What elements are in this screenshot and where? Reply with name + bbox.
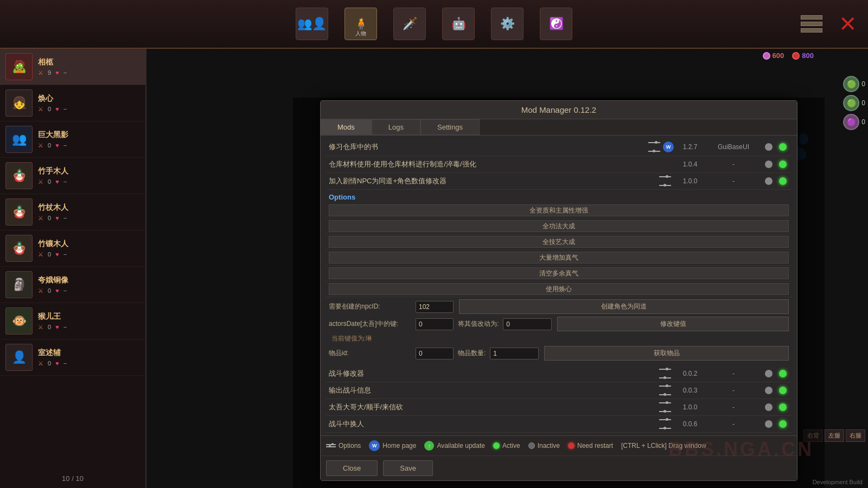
- actors-label: actorsDate[太吾]中的键:: [329, 319, 416, 329]
- gear-icon[interactable]: ⚙️: [491, 8, 524, 40]
- mod-active-1[interactable]: [779, 160, 787, 168]
- status-display: 600 800: [763, 52, 814, 60]
- sidebar-info-6: 夸娥铜像 ⚔ 0 ♥ −: [38, 275, 140, 294]
- mod-toggle-1[interactable]: [765, 160, 773, 168]
- combat-mod-toggle-1[interactable]: [765, 387, 773, 394]
- option-row-1[interactable]: 全功法大成: [326, 219, 792, 234]
- nav-item-gear[interactable]: ⚙️: [491, 8, 524, 40]
- legend-options: Options: [326, 442, 361, 450]
- options-icon-0[interactable]: [648, 142, 660, 152]
- mod-active-2[interactable]: [779, 177, 787, 185]
- close-modal-button[interactable]: Close: [326, 460, 378, 476]
- heart-icon-1: ♥: [55, 106, 59, 113]
- combat-mod-active-1[interactable]: [779, 387, 787, 394]
- heart-icon-0: ♥: [55, 69, 59, 76]
- nav-item-puppet[interactable]: 🤖: [442, 8, 475, 40]
- actors-input[interactable]: [416, 318, 454, 330]
- option-bar-4[interactable]: 清空多余真气: [329, 267, 789, 279]
- tab-mods[interactable]: Mods: [321, 119, 372, 135]
- enemy-0: 🟢 0: [843, 76, 865, 92]
- sidebar-item-3[interactable]: 🪆 竹手木人 ⚔ 0 ♥ −: [0, 158, 145, 194]
- sidebar-info-1: 焕心 ⚔ 0 ♥ −: [38, 94, 140, 113]
- modify-key-button[interactable]: 修改键值: [557, 317, 789, 331]
- sidebar-item-0[interactable]: 🧟 相柩 ⚔ 9 ♥ −: [0, 49, 145, 85]
- item-count-input[interactable]: [490, 348, 539, 359]
- right-leg-btn[interactable]: 右腿: [846, 429, 865, 442]
- avatar-7: 🐵: [5, 307, 33, 335]
- nav-item-character[interactable]: 🧍 人物: [344, 8, 377, 40]
- nav-item-party[interactable]: 👥👤: [296, 8, 328, 40]
- sidebar-info-5: 竹镶木人 ⚔ 0 ♥ −: [38, 239, 140, 258]
- options-icon-2[interactable]: [659, 176, 671, 186]
- combat-options-icon-0[interactable]: [659, 369, 671, 378]
- combat-options-icon-3[interactable]: [659, 419, 671, 429]
- mod-name-2: 加入剧情NPC为同道+角色数值修改器: [329, 176, 656, 186]
- combat-icon[interactable]: 🗡️: [393, 8, 426, 40]
- book-icon[interactable]: [801, 15, 822, 33]
- sidebar-item-4[interactable]: 🪆 竹杖木人 ⚔ 0 ♥ −: [0, 194, 145, 230]
- mod-toggle-2[interactable]: [765, 177, 773, 185]
- mod-row-1: 仓库材料使用-使用仓库材料进行制造/淬毒/强化 1.0.4 -: [326, 156, 792, 173]
- option-bar-2[interactable]: 全技艺大成: [329, 236, 789, 248]
- avatar-4: 🪆: [5, 198, 33, 226]
- combat-mod-active-0[interactable]: [779, 370, 787, 377]
- combat-mod-toggle-0[interactable]: [765, 370, 773, 377]
- combat-options-icon-2[interactable]: [659, 402, 671, 412]
- char-stats-7: ⚔ 0 ♥ −: [38, 324, 140, 331]
- avatar-6: 🗿: [5, 271, 33, 298]
- party-icon[interactable]: 👥👤: [296, 8, 328, 40]
- option-row-4[interactable]: 清空多余真气: [326, 266, 792, 281]
- combat-mod-active-2[interactable]: [779, 403, 787, 411]
- heart-val-6: −: [63, 287, 67, 294]
- close-button[interactable]: ✕: [839, 11, 857, 36]
- sword-val-7: 0: [48, 324, 51, 331]
- change-label: 将其值改动为:: [458, 319, 499, 329]
- sidebar-item-8[interactable]: 👤 室述辅 ⚔ 0 ♥ −: [0, 339, 145, 376]
- www-icon-0[interactable]: W: [663, 142, 674, 152]
- combat-mod-toggle-3[interactable]: [765, 420, 773, 428]
- sidebar-item-5[interactable]: 🪆 竹镶木人 ⚔ 0 ♥ −: [0, 230, 145, 267]
- option-bar-3[interactable]: 大量增加真气: [329, 252, 789, 264]
- char-name-6: 夸娥铜像: [38, 275, 140, 285]
- option-row-3[interactable]: 大量增加真气: [326, 250, 792, 266]
- npc-id-input[interactable]: [416, 301, 454, 313]
- mod-toggle-0[interactable]: [765, 143, 773, 151]
- modal-overlay: Mod Manager 0.12.2 Mods Logs Settings 修习…: [293, 98, 825, 488]
- change-input[interactable]: [503, 318, 552, 330]
- sword-val-6: 0: [48, 287, 51, 294]
- nav-item-combat[interactable]: 🗡️: [393, 8, 426, 40]
- option-bar-5[interactable]: 使用焕心: [329, 283, 789, 295]
- option-row-2[interactable]: 全技艺大成: [326, 234, 792, 250]
- tab-logs[interactable]: Logs: [372, 119, 420, 135]
- sidebar-item-7[interactable]: 🐵 猴儿王 ⚔ 0 ♥ −: [0, 303, 145, 339]
- create-npc-button[interactable]: 创建角色为同道: [459, 299, 789, 314]
- legend-restart-dot: [568, 442, 575, 449]
- sidebar-info-4: 竹杖木人 ⚔ 0 ♥ −: [38, 203, 140, 222]
- option-bar-0[interactable]: 全资质和主属性增强: [329, 204, 789, 216]
- sidebar-item-1[interactable]: 👧 焕心 ⚔ 0 ♥ −: [0, 85, 145, 121]
- save-modal-button[interactable]: Save: [383, 460, 433, 476]
- left-leg-btn[interactable]: 左腿: [825, 429, 844, 442]
- main-area: 600 800 🟢 0 🟢 0 🟣 0 右背 左腿 右腿 🐾 Mod M: [146, 49, 868, 488]
- combat-mod-name-3: 战斗中换人: [329, 419, 656, 429]
- nav-item-yin[interactable]: ☯️: [540, 8, 572, 40]
- sword-val-4: 0: [48, 215, 51, 222]
- legend-restart-label: Need restart: [577, 442, 613, 450]
- sidebar-item-2[interactable]: 👥 巨大黑影 ⚔ 0 ♥ −: [0, 121, 145, 158]
- puppet-icon[interactable]: 🤖: [442, 8, 475, 40]
- get-item-button[interactable]: 获取物品: [544, 346, 789, 361]
- sidebar-item-6[interactable]: 🗿 夸娥铜像 ⚔ 0 ♥ −: [0, 267, 145, 303]
- yin-icon[interactable]: ☯️: [540, 8, 572, 40]
- item-id-input[interactable]: [416, 348, 454, 359]
- combat-mod-toggle-2[interactable]: [765, 403, 773, 411]
- option-row-5[interactable]: 使用焕心: [326, 281, 792, 297]
- combat-options-icon-1[interactable]: [659, 386, 671, 395]
- combat-mod-active-3[interactable]: [779, 420, 787, 428]
- options-header: Options: [326, 190, 792, 203]
- mod-active-0[interactable]: [779, 143, 787, 151]
- sword-val-5: 0: [48, 251, 51, 258]
- tab-settings[interactable]: Settings: [420, 119, 480, 135]
- legend-active-dot: [493, 442, 500, 449]
- option-bar-1[interactable]: 全功法大成: [329, 220, 789, 232]
- option-row-0[interactable]: 全资质和主属性增强: [326, 203, 792, 219]
